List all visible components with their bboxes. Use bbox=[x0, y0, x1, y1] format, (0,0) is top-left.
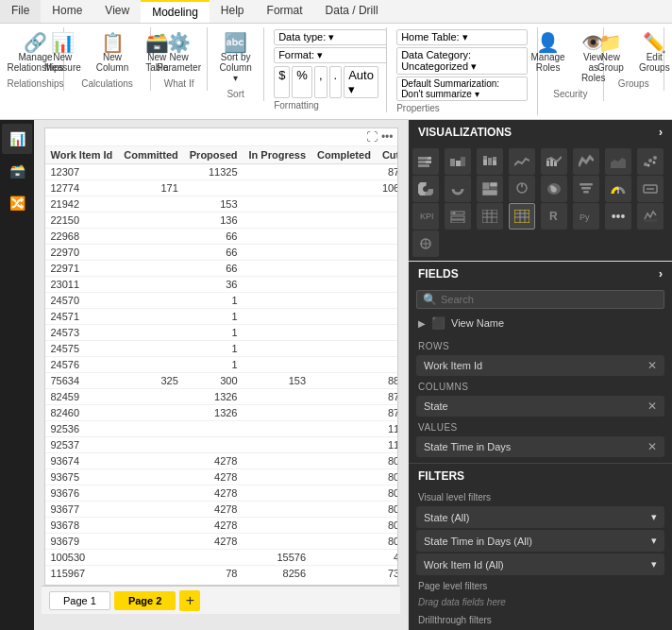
viz-area[interactable] bbox=[605, 148, 631, 175]
new-parameter-button[interactable]: ⚙️ NewParameter bbox=[151, 29, 207, 77]
page-tab-1[interactable]: Page 1 bbox=[49, 591, 110, 610]
viz-more[interactable]: ••• bbox=[605, 203, 631, 230]
default-summarization-dropdown[interactable]: Default Summarization: Don't summarize ▾ bbox=[396, 77, 528, 101]
svg-point-40 bbox=[453, 212, 456, 214]
edit-groups-button[interactable]: ✏️ EditGroups bbox=[633, 29, 672, 77]
viz-expand-icon: › bbox=[659, 126, 663, 139]
svg-rect-11 bbox=[493, 157, 496, 161]
ribbon-group-whatif: ⚙️ NewParameter What If bbox=[151, 27, 208, 91]
add-page-button[interactable]: + bbox=[179, 590, 200, 611]
rows-pill-label: Work Item Id bbox=[424, 360, 482, 371]
fields-item-viewname[interactable]: ▶ ⬛ View Name bbox=[409, 313, 672, 333]
filter-workitemid[interactable]: Work Item Id (All) ▾ bbox=[416, 553, 664, 575]
table-row: 245751 bbox=[45, 341, 397, 357]
tab-data-drill[interactable]: Data / Drill bbox=[314, 0, 390, 23]
tab-home[interactable]: Home bbox=[41, 0, 93, 23]
tab-file[interactable]: File bbox=[0, 0, 41, 23]
tab-format[interactable]: Format bbox=[256, 0, 314, 23]
nav-data-icon[interactable]: 🗃️ bbox=[2, 156, 32, 186]
svg-point-25 bbox=[456, 187, 460, 191]
new-measure-button[interactable]: 📊 NewMeasure bbox=[39, 29, 87, 77]
viz-gauge[interactable] bbox=[605, 176, 631, 202]
home-table-dropdown[interactable]: Home Table: ▾ bbox=[396, 29, 528, 45]
tab-view[interactable]: View bbox=[93, 0, 141, 23]
svg-rect-27 bbox=[490, 182, 497, 187]
svg-rect-41 bbox=[451, 216, 464, 219]
search-input[interactable] bbox=[441, 294, 658, 305]
svg-rect-5 bbox=[450, 159, 455, 166]
svg-rect-8 bbox=[483, 156, 487, 160]
manage-roles-button[interactable]: 👤 ManageRoles bbox=[527, 29, 569, 87]
viz-matrix[interactable] bbox=[509, 203, 535, 230]
nav-model-icon[interactable]: 🔀 bbox=[2, 188, 32, 218]
comma-btn[interactable]: , bbox=[314, 66, 328, 98]
expand-button[interactable]: ⛶ bbox=[366, 130, 378, 144]
table-row: 2296866 bbox=[45, 229, 397, 245]
viz-python[interactable]: Py bbox=[573, 203, 599, 230]
svg-rect-2 bbox=[418, 161, 426, 163]
page-tab-2[interactable]: Page 2 bbox=[114, 591, 176, 610]
table-row: 21942153 bbox=[45, 196, 397, 213]
currency-btn[interactable]: $ bbox=[274, 66, 290, 98]
viz-header[interactable]: VISUALIZATIONS › bbox=[409, 120, 672, 145]
viz-slicer[interactable] bbox=[445, 203, 471, 230]
data-category-dropdown[interactable]: Data Category: Uncategorized ▾ bbox=[396, 47, 528, 75]
data-type-dropdown[interactable]: Data type: ▾ bbox=[274, 29, 387, 45]
columns-pill-remove[interactable]: ✕ bbox=[647, 400, 657, 413]
table-scroll[interactable]: Work Item Id Committed Proposed In Progr… bbox=[45, 146, 397, 580]
viz-stacked-bar[interactable] bbox=[412, 148, 439, 175]
table-row: 75634325300153881128 bbox=[45, 373, 397, 389]
viz-line[interactable] bbox=[509, 148, 535, 175]
col-header-cut: Cut bbox=[377, 146, 397, 164]
table-row: 936744278802011 bbox=[45, 453, 397, 469]
rows-pill-remove[interactable]: ✕ bbox=[647, 359, 657, 372]
viz-pie[interactable] bbox=[412, 176, 439, 202]
viz-stacked-col[interactable] bbox=[477, 148, 503, 175]
more-options-button[interactable]: ••• bbox=[381, 130, 394, 144]
percent-btn[interactable]: % bbox=[292, 66, 312, 98]
columns-pill[interactable]: State ✕ bbox=[416, 396, 664, 417]
viz-table[interactable] bbox=[477, 203, 503, 230]
viz-funnel[interactable] bbox=[573, 176, 599, 202]
viz-scatter[interactable] bbox=[637, 148, 664, 175]
columns-label: Columns bbox=[409, 378, 672, 394]
svg-rect-32 bbox=[580, 183, 593, 186]
rows-pill[interactable]: Work Item Id ✕ bbox=[416, 355, 664, 376]
viz-ribbon[interactable] bbox=[573, 148, 599, 175]
viz-donut[interactable] bbox=[445, 176, 471, 202]
svg-rect-42 bbox=[451, 220, 464, 223]
viz-icons-grid: KPI R Py ••• bbox=[409, 145, 672, 261]
tab-help[interactable]: Help bbox=[210, 0, 256, 23]
decimal-btn[interactable]: . bbox=[329, 66, 343, 98]
new-measure-icon: 📊 bbox=[51, 33, 75, 52]
viz-line-col[interactable] bbox=[541, 148, 567, 175]
viz-map[interactable] bbox=[509, 176, 535, 202]
values-pill[interactable]: State Time in Days ✕ bbox=[416, 436, 664, 457]
ribbon-content: 🔗 ManageRelationships Relationships 📊 Ne… bbox=[0, 24, 672, 119]
viz-analytics[interactable] bbox=[412, 230, 439, 257]
filter-state-time[interactable]: State Time in Days (All) ▾ bbox=[416, 530, 664, 552]
viz-r[interactable]: R bbox=[541, 203, 567, 230]
auto-dropdown[interactable]: Auto ▾ bbox=[344, 66, 378, 98]
whatif-group-label: What If bbox=[164, 78, 194, 89]
format-dropdown[interactable]: Format: ▾ bbox=[274, 47, 387, 63]
viz-filter-paint[interactable] bbox=[637, 203, 664, 230]
viz-clustered-bar[interactable] bbox=[445, 148, 471, 175]
nav-report-icon[interactable]: 📊 bbox=[2, 124, 32, 154]
new-group-button[interactable]: 📁 NewGroup bbox=[592, 29, 630, 77]
tab-modeling[interactable]: Modeling bbox=[141, 0, 210, 23]
new-column-button[interactable]: 📋 NewColumn bbox=[91, 29, 134, 77]
col-header-workitemid: Work Item Id bbox=[45, 146, 119, 164]
fields-search[interactable]: 🔍 bbox=[416, 290, 664, 309]
svg-point-21 bbox=[653, 162, 656, 164]
sort-by-column-button[interactable]: 🔤 Sort byColumn ▾ bbox=[213, 29, 257, 87]
filter-state[interactable]: State (All) ▾ bbox=[416, 506, 664, 528]
viz-card[interactable] bbox=[637, 176, 664, 202]
svg-rect-4 bbox=[418, 164, 429, 167]
viz-filled-map[interactable] bbox=[541, 176, 567, 202]
viz-kpi[interactable]: KPI bbox=[412, 203, 439, 230]
formatting-group-label: Formatting bbox=[274, 100, 319, 111]
ribbon: File Home View Modeling Help Format Data… bbox=[0, 0, 672, 120]
values-pill-remove[interactable]: ✕ bbox=[647, 440, 657, 453]
viz-treemap[interactable] bbox=[477, 176, 503, 202]
